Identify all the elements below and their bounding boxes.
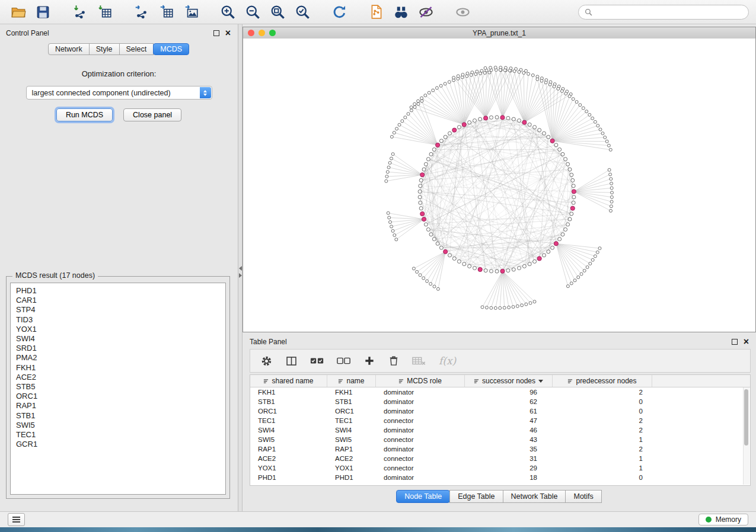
table-cell: 0: [553, 398, 652, 405]
column-sort-icon: [567, 379, 573, 384]
column-header[interactable]: predecessor nodes: [553, 375, 652, 387]
table-row[interactable]: SWI4SWI4dominator462: [250, 425, 750, 435]
tab-motifs[interactable]: Motifs: [565, 490, 601, 503]
table-scrollbar[interactable]: [743, 387, 749, 485]
tab-select[interactable]: Select: [119, 43, 154, 55]
collapse-right-icon[interactable]: [239, 273, 242, 278]
maximize-window-button[interactable]: [269, 30, 276, 36]
close-panel-button[interactable]: Close panel: [123, 108, 181, 121]
panel-splitter[interactable]: [238, 24, 243, 511]
zoom-selected-button[interactable]: [292, 2, 314, 22]
table-row[interactable]: RAP1RAP1dominator352: [250, 444, 750, 454]
splitter-collapse-icons[interactable]: [238, 266, 243, 278]
table-cell: SWI5: [250, 436, 327, 443]
mcds-result-item[interactable]: CAR1: [16, 296, 225, 305]
mcds-result-item[interactable]: STB5: [16, 382, 225, 392]
network-canvas[interactable]: [243, 39, 755, 332]
collapse-left-icon[interactable]: [239, 266, 242, 271]
import-table-button[interactable]: [94, 2, 116, 22]
close-panel-icon-button[interactable]: ×: [225, 30, 231, 36]
column-header[interactable]: shared name: [250, 375, 327, 387]
function-builder-button[interactable]: f(x): [439, 355, 456, 367]
mcds-result-item[interactable]: RAP1: [16, 401, 225, 411]
table-scrollbar-thumb[interactable]: [744, 389, 748, 446]
close-table-panel-button[interactable]: ×: [744, 339, 749, 345]
create-column-button[interactable]: [363, 355, 375, 367]
mcds-result-item[interactable]: ORC1: [16, 392, 225, 401]
mcds-result-item[interactable]: TID3: [16, 315, 225, 325]
table-cell: SWI5: [327, 436, 376, 443]
criterion-dropdown[interactable]: largest connected component (undirected): [26, 86, 212, 100]
column-header[interactable]: name: [327, 375, 376, 387]
table-row[interactable]: SWI5SWI5connector431: [250, 435, 750, 444]
mcds-result-item[interactable]: PHD1: [16, 286, 225, 296]
deselect-all-columns-button[interactable]: [337, 355, 351, 366]
table-row[interactable]: TEC1TEC1connector472: [250, 416, 750, 425]
table-row[interactable]: PHD1PHD1dominator180: [250, 473, 750, 482]
table-cell: 1: [553, 436, 652, 443]
column-header[interactable]: MCDS role: [376, 375, 465, 387]
tab-edge-table[interactable]: Edge Table: [449, 490, 503, 503]
run-mcds-button[interactable]: Run MCDS: [56, 108, 113, 121]
save-session-button[interactable]: [32, 2, 54, 22]
tab-network-table[interactable]: Network Table: [503, 490, 566, 503]
table-row[interactable]: ORC1ORC1dominator610: [250, 406, 750, 416]
table-row[interactable]: STB1STB1dominator620: [250, 397, 750, 406]
mcds-result-item[interactable]: ACE2: [16, 373, 225, 382]
delete-columns-button[interactable]: [388, 355, 400, 367]
refresh-view-button[interactable]: [328, 2, 350, 22]
show-columns-button[interactable]: [285, 355, 298, 367]
mcds-result-item[interactable]: SWI4: [16, 334, 225, 344]
table-cell: PHD1: [250, 474, 327, 481]
mcds-result-item[interactable]: PMA2: [16, 353, 225, 363]
search-box[interactable]: [578, 5, 749, 20]
refresh-icon: [331, 4, 347, 20]
find-button[interactable]: [390, 2, 412, 22]
mcds-result-item[interactable]: SWI5: [16, 421, 225, 430]
table-row[interactable]: YOX1YOX1connector291: [250, 463, 750, 473]
show-all-button[interactable]: [452, 2, 474, 22]
tab-style[interactable]: Style: [89, 43, 120, 55]
table-row[interactable]: FKH1FKH1dominator962: [250, 387, 750, 397]
table-row[interactable]: ACE2ACE2connector311: [250, 454, 750, 463]
select-all-columns-button[interactable]: [310, 355, 324, 366]
delete-table-button[interactable]: [412, 355, 426, 366]
status-menu-button[interactable]: [8, 513, 25, 526]
zoom-out-button[interactable]: [242, 2, 264, 22]
zoom-in-button[interactable]: [217, 2, 239, 22]
tab-network[interactable]: Network: [48, 43, 90, 55]
column-header[interactable]: successor nodes: [465, 375, 553, 387]
mcds-result-item[interactable]: TEC1: [16, 430, 225, 440]
zoom-fit-button[interactable]: [267, 2, 289, 22]
table-cell: dominator: [376, 427, 465, 434]
export-table-button[interactable]: [155, 2, 177, 22]
network-view-titlebar[interactable]: YPA_prune.txt_1: [243, 27, 755, 39]
mcds-result-list[interactable]: PHD1CAR1STP4TID3YOX1SWI4SRD1PMA2FKH1ACE2…: [10, 283, 226, 495]
close-window-button[interactable]: [248, 30, 254, 36]
tab-node-table[interactable]: Node Table: [396, 490, 450, 503]
open-file-button[interactable]: [7, 2, 29, 22]
eye-icon: [455, 4, 471, 20]
float-table-panel-button[interactable]: [732, 339, 738, 345]
search-input[interactable]: [596, 7, 742, 17]
memory-button[interactable]: Memory: [698, 514, 748, 525]
mcds-result-item[interactable]: YOX1: [16, 325, 225, 334]
mcds-result-item[interactable]: STP4: [16, 305, 225, 315]
import-network-button[interactable]: [69, 2, 91, 22]
mcds-result-item[interactable]: FKH1: [16, 363, 225, 373]
gear-icon: [260, 355, 273, 367]
export-image-button[interactable]: [180, 2, 202, 22]
table-settings-button[interactable]: [260, 355, 273, 367]
export-network-button[interactable]: [130, 2, 152, 22]
network-graph[interactable]: [243, 39, 755, 331]
tab-mcds[interactable]: MCDS: [153, 43, 189, 55]
mcds-result-item[interactable]: SRD1: [16, 344, 225, 353]
hide-selected-button[interactable]: [415, 2, 437, 22]
minimize-window-button[interactable]: [259, 30, 265, 36]
node-table-body: FKH1FKH1dominator962STB1STB1dominator620…: [250, 387, 750, 482]
float-panel-button[interactable]: [213, 30, 219, 36]
new-network-from-selection-button[interactable]: [365, 2, 387, 22]
new-network-from-selection-icon: [369, 4, 384, 20]
mcds-result-item[interactable]: GCR1: [16, 440, 225, 449]
mcds-result-item[interactable]: STB1: [16, 411, 225, 421]
